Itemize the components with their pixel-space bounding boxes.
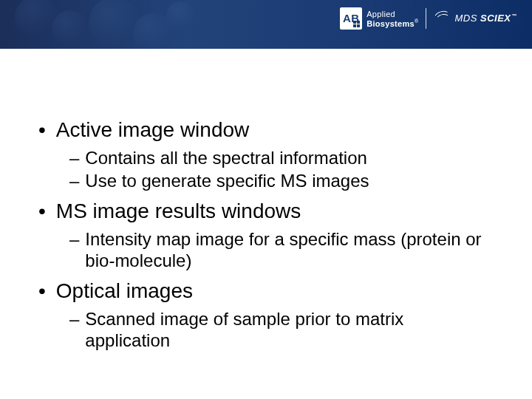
bullet-dot-icon: • bbox=[38, 281, 46, 301]
sub-bullet-list: – Contains all the spectral information … bbox=[69, 148, 494, 192]
bullet-text: MS image results windows bbox=[56, 200, 301, 223]
sub-bullet-item: – Use to generate specific MS images bbox=[69, 171, 494, 192]
dash-icon: – bbox=[69, 309, 79, 330]
sub-bullet-list: – Intensity map image for a specific mas… bbox=[69, 229, 494, 272]
mds-sciex-block: MDS SCIEX™ bbox=[434, 10, 517, 27]
sub-bullet-text: Scanned image of sample prior to matrix … bbox=[85, 309, 484, 352]
sub-bullet-item: – Scanned image of sample prior to matri… bbox=[69, 309, 494, 352]
slide-content: • Active image window – Contains all the… bbox=[38, 118, 494, 358]
bullet-text: Optical images bbox=[56, 279, 193, 303]
header-band: AB Applied Biosystems® MDS SCIEX™ bbox=[0, 0, 532, 49]
brand-divider bbox=[426, 8, 426, 29]
applied-line2: Biosystems bbox=[366, 18, 415, 27]
dash-icon: – bbox=[69, 229, 79, 250]
slide: AB Applied Biosystems® MDS SCIEX™ • bbox=[0, 0, 532, 399]
sub-bullet-text: Intensity map image for a specific mass … bbox=[85, 229, 484, 272]
mds-swoosh-icon bbox=[434, 10, 451, 27]
applied-line1: Applied bbox=[366, 10, 395, 18]
sub-bullet-list: – Scanned image of sample prior to matri… bbox=[69, 309, 494, 352]
bullet-item: • Optical images – Scanned image of samp… bbox=[38, 279, 494, 352]
registered-mark: ® bbox=[415, 18, 418, 24]
ab-logo-squares-icon bbox=[353, 21, 361, 28]
mds-word: MDS bbox=[454, 13, 477, 24]
sub-bullet-item: – Contains all the spectral information bbox=[69, 148, 494, 169]
bullet-text: Active image window bbox=[56, 118, 249, 142]
bullet-dot-icon: • bbox=[38, 120, 46, 140]
bullet-dot-icon: • bbox=[38, 201, 46, 222]
sciex-word: SCIEX bbox=[480, 13, 511, 24]
mds-sciex-text: MDS SCIEX™ bbox=[454, 13, 517, 24]
sub-bullet-text: Use to generate specific MS images bbox=[85, 171, 369, 192]
dash-icon: – bbox=[69, 148, 79, 169]
bullet-item: • MS image results windows – Intensity m… bbox=[38, 200, 494, 272]
brand-block: AB Applied Biosystems® MDS SCIEX™ bbox=[340, 7, 517, 30]
sub-bullet-text: Contains all the spectral information bbox=[85, 148, 367, 169]
header-texture bbox=[7, 0, 200, 49]
bullet-item: • Active image window – Contains all the… bbox=[38, 118, 494, 192]
ab-logo-tile: AB bbox=[340, 7, 362, 30]
sub-bullet-item: – Intensity map image for a specific mas… bbox=[69, 229, 494, 272]
dash-icon: – bbox=[69, 171, 79, 192]
applied-biosystems-text: Applied Biosystems® bbox=[366, 10, 418, 28]
tm-mark: ™ bbox=[512, 13, 518, 18]
bullet-list: • Active image window – Contains all the… bbox=[38, 118, 494, 351]
